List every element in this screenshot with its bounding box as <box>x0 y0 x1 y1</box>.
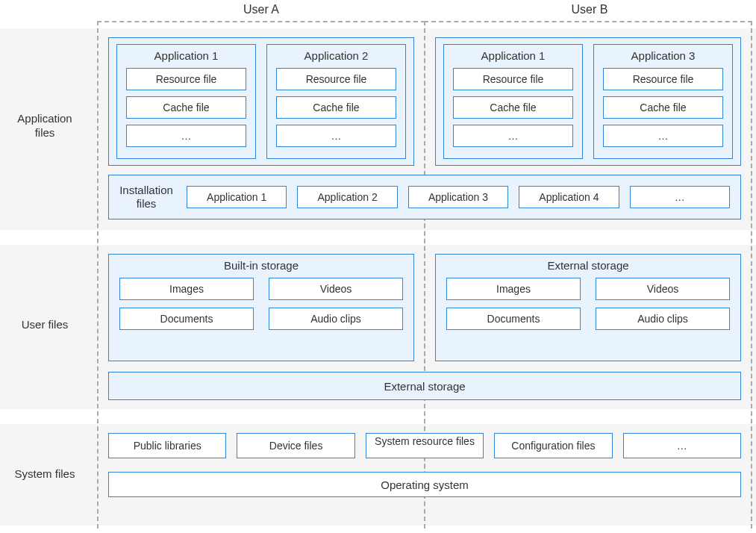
builtin-storage-title: Built-in storage <box>109 255 413 275</box>
external-storage: External storage Images Videos Documents… <box>435 254 741 361</box>
user-a-header: User A <box>97 3 425 16</box>
installation-item: Application 3 <box>408 186 508 208</box>
storage-item: Documents <box>446 308 581 330</box>
user-b-header: User B <box>425 3 754 16</box>
storage-item: Videos <box>269 278 403 300</box>
system-item: Configuration files <box>494 433 612 458</box>
system-item: System resource files <box>366 433 484 458</box>
app-item: … <box>276 125 396 147</box>
system-item: Device files <box>237 433 354 458</box>
app-item: Cache file <box>126 96 246 119</box>
row-label-application-files: Application files <box>0 112 90 140</box>
app-block-title: Application 2 <box>267 45 405 65</box>
installation-item: … <box>630 186 730 208</box>
shared-external-storage-label: External storage <box>384 380 465 393</box>
app-item: Cache file <box>453 96 573 119</box>
app-item: Cache file <box>276 96 396 119</box>
app-item: … <box>453 125 573 147</box>
app-item: Resource file <box>126 68 246 90</box>
storage-item: Images <box>119 278 254 300</box>
app-item: Resource file <box>276 68 396 90</box>
user-a-app-blocks: Application 1 Resource file Cache file …… <box>108 37 414 166</box>
app-item: Resource file <box>453 68 573 90</box>
installation-item: Application 1 <box>187 186 287 208</box>
app-block-user-b-1: Application 3 Resource file Cache file … <box>593 44 733 159</box>
app-block-title: Application 1 <box>444 45 582 65</box>
storage-item: Audio clips <box>269 308 403 330</box>
system-item: … <box>623 433 741 458</box>
installation-item: Application 4 <box>519 186 619 208</box>
app-block-title: Application 1 <box>117 45 255 65</box>
app-block-user-a-0: Application 1 Resource file Cache file … <box>116 44 256 159</box>
app-item: … <box>126 125 246 147</box>
storage-item: Images <box>446 278 581 300</box>
installation-files-label: Installation files <box>109 184 184 211</box>
builtin-storage: Built-in storage Images Videos Documents… <box>108 254 414 361</box>
app-item: … <box>603 125 723 147</box>
installation-files-bar: Installation files Application 1 Applica… <box>108 175 741 219</box>
app-item: Resource file <box>603 68 723 90</box>
app-block-user-a-1: Application 2 Resource file Cache file … <box>266 44 406 159</box>
file-classification-diagram: User A User B Application files User fil… <box>0 0 756 533</box>
storage-item: Videos <box>596 278 730 300</box>
external-storage-title: External storage <box>436 255 740 275</box>
row-label-system-files: System files <box>0 467 90 481</box>
app-block-title: Application 3 <box>594 45 732 65</box>
system-item: Public libraries <box>108 433 226 458</box>
operating-system-bar: Operating system <box>108 472 741 497</box>
app-item: Cache file <box>603 96 723 119</box>
row-label-user-files: User files <box>0 318 90 332</box>
shared-external-storage: External storage <box>108 372 741 400</box>
storage-item: Audio clips <box>596 308 730 330</box>
installation-item: Application 2 <box>297 186 397 208</box>
app-block-user-b-0: Application 1 Resource file Cache file … <box>443 44 583 159</box>
operating-system-label: Operating system <box>381 479 469 491</box>
user-b-app-blocks: Application 1 Resource file Cache file …… <box>435 37 741 166</box>
storage-item: Documents <box>119 308 254 330</box>
